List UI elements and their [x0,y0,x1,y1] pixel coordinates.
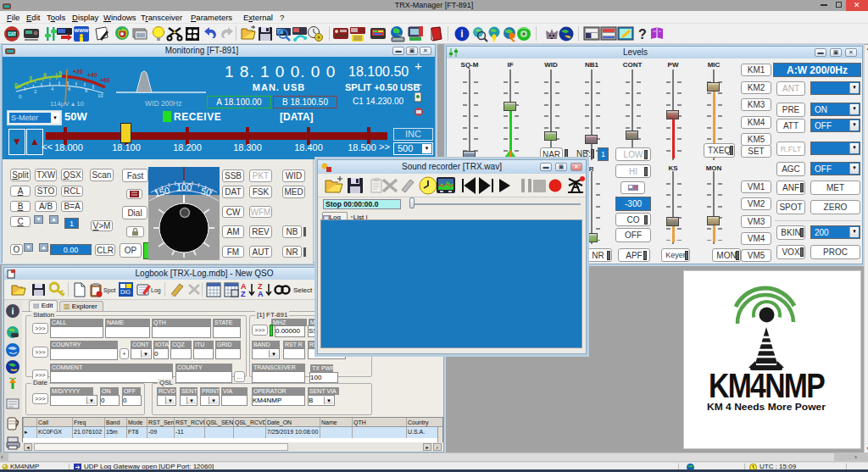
svg-text:KM 4 Needs More Power: KM 4 Needs More Power [707,403,826,412]
svg-text:100: 100 [176,182,192,192]
svg-text:0: 0 [19,94,22,99]
svg-text:6: 6 [68,86,71,92]
svg-text:50: 50 [200,186,213,198]
svg-text:i: i [11,306,14,316]
svg-text:+40: +40 [87,72,97,78]
svg-text:2: 2 [34,89,37,94]
svg-text:WWW: WWW [75,28,89,33]
svg-text:+60: +60 [100,77,110,83]
svg-text:CAT: CAT [8,31,16,36]
svg-text:i: i [460,28,463,40]
svg-text:KM4NMP: KM4NMP [709,367,825,404]
svg-text:0: 0 [14,82,18,88]
svg-text:3: 3 [29,75,32,81]
svg-text:DiG: DiG [120,289,131,295]
svg-text:?: ? [638,27,647,42]
svg-text:10: 10 [97,93,103,98]
svg-text:+20: +20 [73,69,83,75]
svg-text:Z: Z [241,290,246,298]
svg-text:9: 9 [58,70,62,76]
svg-text:A: A [258,290,264,298]
svg-text:6: 6 [43,72,47,78]
svg-text:4: 4 [51,86,54,92]
